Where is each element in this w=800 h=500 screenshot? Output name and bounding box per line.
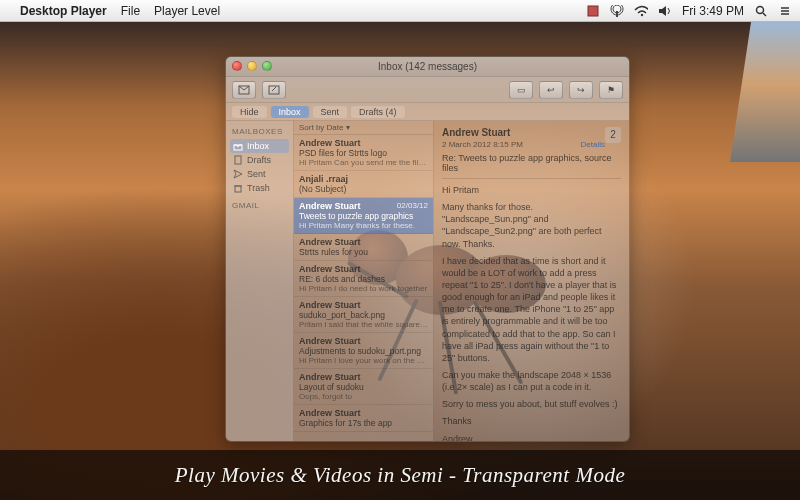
sidebar-item-label: Inbox <box>247 141 269 151</box>
reader-signature: Andrew <box>442 433 621 441</box>
svg-point-2 <box>641 13 643 15</box>
msg-subject: Tweets to puzzle app graphics <box>299 211 428 221</box>
message-row[interactable]: Andrew StuartAdjustments to sudoku_port.… <box>294 333 433 369</box>
message-row[interactable]: Andrew StuartLayout of sudokuOops, forgo… <box>294 369 433 405</box>
msg-preview: Hi Pritam Can you send me the files for … <box>299 158 428 167</box>
reader-greeting: Hi Pritam <box>442 184 621 196</box>
reader-paragraph: Can you make the landscape 2048 × 1536 (… <box>442 369 621 393</box>
mail-window-title: Inbox (142 messages) <box>378 61 477 72</box>
svg-rect-14 <box>235 186 241 192</box>
flag-button[interactable]: ⚑ <box>599 81 623 99</box>
msg-subject: (No Subject) <box>299 184 428 194</box>
reader-paragraph: Many thanks for those. "Landscape_Sun.pn… <box>442 201 621 250</box>
msg-subject: Graphics for 17s the app <box>299 418 428 428</box>
sidebar-header-mailboxes: MAILBOXES <box>232 127 287 136</box>
mail-window[interactable]: Inbox (142 messages) ▭ ↩ ↪ ⚑ Hide Inbox … <box>225 56 630 442</box>
reader-from: Andrew Stuart <box>442 127 621 138</box>
svg-rect-1 <box>616 11 618 17</box>
msg-subject: Layout of sudoku <box>299 382 428 392</box>
msg-from: Andrew Stuart <box>299 138 361 148</box>
archive-button[interactable]: ▭ <box>509 81 533 99</box>
msg-preview: Hi Pritam Many thanks for these. <box>299 221 428 230</box>
msg-preview: Oops, forgot to <box>299 392 428 401</box>
msg-subject: PSD files for Strtts logo <box>299 148 428 158</box>
msg-from: Andrew Stuart <box>299 408 361 418</box>
sidebar-item-label: Drafts <box>247 155 271 165</box>
menu-app-name[interactable]: Desktop Player <box>20 4 107 18</box>
forward-button[interactable]: ↪ <box>569 81 593 99</box>
svg-marker-3 <box>659 6 666 16</box>
tab-drafts[interactable]: Drafts (4) <box>351 106 405 118</box>
sidebar-item-inbox[interactable]: Inbox <box>230 139 289 153</box>
message-row[interactable]: Andrew Stuart02/03/12Tweets to puzzle ap… <box>294 198 433 234</box>
svg-rect-0 <box>588 6 598 16</box>
message-row[interactable]: Anjali .rraaj(No Subject) <box>294 171 433 198</box>
reader-paragraph: I have decided that as time is short and… <box>442 255 621 364</box>
message-row[interactable]: Andrew StuartStrtts rules for you <box>294 234 433 261</box>
message-list[interactable]: Sort by Date ▾ Andrew StuartPSD files fo… <box>294 121 434 441</box>
message-reader: 2 Andrew Stuart 2 March 2012 8:15 PM Det… <box>434 121 629 441</box>
svg-line-5 <box>763 13 766 16</box>
spotlight-icon[interactable] <box>754 4 768 18</box>
msg-from: Andrew Stuart <box>299 372 361 382</box>
reply-button[interactable]: ↩ <box>539 81 563 99</box>
msg-preview: Pritam I said that the white square in s… <box>299 320 428 329</box>
attachment-count-badge: 2 <box>605 127 621 143</box>
mail-toolbar: ▭ ↩ ↪ ⚑ <box>226 77 629 103</box>
mail-titlebar[interactable]: Inbox (142 messages) <box>226 57 629 77</box>
sidebar-item-drafts[interactable]: Drafts <box>230 153 289 167</box>
drafts-icon <box>233 155 243 165</box>
reader-signoff: Thanks <box>442 415 621 427</box>
msg-date: 02/03/12 <box>397 201 428 211</box>
reader-subject: Re: Tweets to puzzle app graphics, sourc… <box>442 153 621 173</box>
reader-paragraph: Sorry to mess you about, but stuff evolv… <box>442 398 621 410</box>
inbox-icon <box>233 141 243 151</box>
reader-date: 2 March 2012 8:15 PM <box>442 140 523 149</box>
msg-subject: suduko_port_back.png <box>299 310 428 320</box>
tab-sent[interactable]: Sent <box>313 106 348 118</box>
sidebar-item-trash[interactable]: Trash <box>230 181 289 195</box>
window-close-button[interactable] <box>232 61 242 71</box>
sent-icon <box>233 169 243 179</box>
promo-caption: Play Movies & Videos in Semi - Transpare… <box>0 450 800 500</box>
sidebar-header-gmail: GMAIL <box>232 201 287 210</box>
svg-line-11 <box>272 87 276 91</box>
sidebar-item-label: Sent <box>247 169 266 179</box>
menubar: Desktop Player File Player Level Fri 3:4… <box>0 0 800 22</box>
message-row[interactable]: Andrew StuartPSD files for Strtts logoHi… <box>294 135 433 171</box>
msg-from: Andrew Stuart <box>299 201 361 211</box>
message-row[interactable]: Andrew Stuartsuduko_port_back.pngPritam … <box>294 297 433 333</box>
status-app-icon[interactable] <box>586 4 600 18</box>
menu-player-level[interactable]: Player Level <box>154 4 220 18</box>
tab-hide[interactable]: Hide <box>232 106 267 118</box>
volume-icon[interactable] <box>658 4 672 18</box>
sort-control[interactable]: Sort by Date ▾ <box>294 121 433 135</box>
sidebar-item-sent[interactable]: Sent <box>230 167 289 181</box>
msg-from: Andrew Stuart <box>299 264 361 274</box>
airdrop-icon[interactable] <box>610 4 624 18</box>
svg-rect-10 <box>269 86 279 94</box>
msg-subject: RE: 6 dots and dashes <box>299 274 428 284</box>
msg-from: Anjali .rraaj <box>299 174 348 184</box>
coast-scene <box>730 22 800 162</box>
svg-point-4 <box>757 6 764 13</box>
message-row[interactable]: Andrew StuartGraphics for 17s the app <box>294 405 433 432</box>
window-zoom-button[interactable] <box>262 61 272 71</box>
wifi-icon[interactable] <box>634 4 648 18</box>
reader-details-link[interactable]: Details <box>581 140 605 149</box>
msg-subject: Strtts rules for you <box>299 247 428 257</box>
compose-button[interactable] <box>262 81 286 99</box>
msg-from: Andrew Stuart <box>299 300 361 310</box>
window-minimize-button[interactable] <box>247 61 257 71</box>
msg-subject: Adjustments to sudoku_port.png <box>299 346 428 356</box>
notifications-icon[interactable] <box>778 4 792 18</box>
trash-icon <box>233 183 243 193</box>
message-row[interactable]: Andrew StuartRE: 6 dots and dashesHi Pri… <box>294 261 433 297</box>
get-mail-button[interactable] <box>232 81 256 99</box>
sidebar-item-label: Trash <box>247 183 270 193</box>
menu-file[interactable]: File <box>121 4 140 18</box>
menubar-clock[interactable]: Fri 3:49 PM <box>682 4 744 18</box>
caption-text: Play Movies & Videos in Semi - Transpare… <box>175 463 625 488</box>
msg-preview: Hi Pritam I do need to work together <box>299 284 428 293</box>
tab-inbox[interactable]: Inbox <box>271 106 309 118</box>
